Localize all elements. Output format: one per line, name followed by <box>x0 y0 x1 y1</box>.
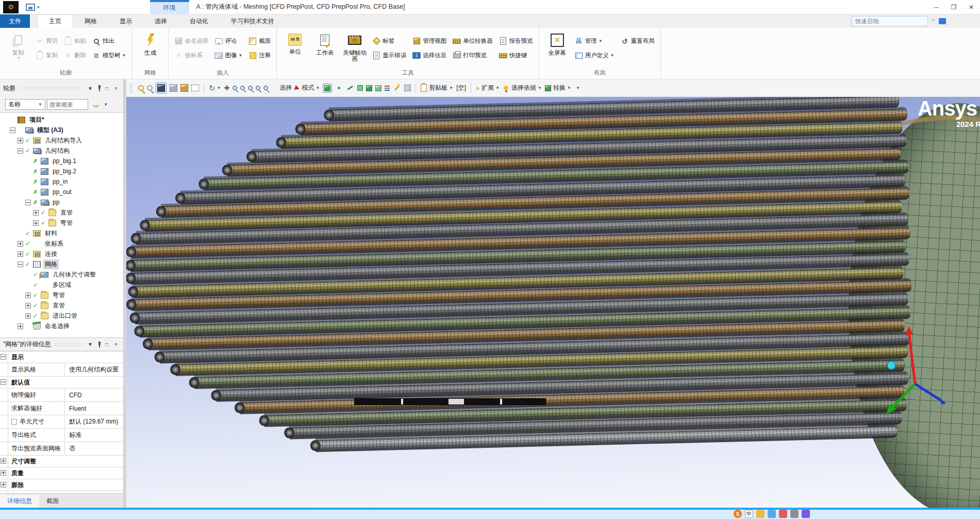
zoom-in-icon[interactable] <box>138 85 144 91</box>
input-toolbox-icon[interactable] <box>802 510 810 518</box>
expand-icon[interactable] <box>25 293 31 298</box>
tree-item-15[interactable]: ✓几何体尺寸调整 <box>0 269 123 280</box>
pan-icon[interactable]: ✚ <box>224 84 230 92</box>
details-section-row[interactable]: 尺寸调整 <box>0 456 123 467</box>
details-section-row[interactable]: 默认值 <box>0 377 123 388</box>
checkbox[interactable] <box>11 419 17 425</box>
details-row[interactable]: 导出格式标准 <box>0 429 123 442</box>
details-section-row[interactable]: 质量 <box>0 467 123 479</box>
details-menu-icon[interactable]: ▼ <box>86 342 94 347</box>
chinese-input-mode-icon[interactable]: 中 <box>745 510 753 518</box>
viewport-3d[interactable]: Ansys 2024 R <box>126 97 980 508</box>
expand-icon[interactable] <box>18 323 23 329</box>
tree-item-16[interactable]: ✓多区域 <box>0 280 123 290</box>
voice-input-icon[interactable] <box>779 510 787 518</box>
named-selection-button[interactable]: 命名选择 <box>172 35 211 47</box>
details-row[interactable]: 显示风格使用几何结构设置 <box>0 363 123 377</box>
manage-button[interactable]: 品管理▼ <box>572 35 617 47</box>
toolbar-grip[interactable] <box>129 83 132 94</box>
coordinate-system-button[interactable]: ✳坐标系 <box>172 50 211 62</box>
details-row[interactable]: 求解器偏好Fluent <box>0 402 123 415</box>
rotate-icon[interactable]: ↻▼ <box>209 84 221 93</box>
expand-icon[interactable] <box>33 210 39 216</box>
filter-face-icon[interactable] <box>357 85 363 91</box>
flood-select-icon[interactable] <box>393 84 401 92</box>
tree-item-9[interactable]: ✓直管 <box>0 207 123 218</box>
model-tree-button[interactable]: ≣模型树▼ <box>90 50 128 62</box>
collapse-icon[interactable] <box>18 148 23 154</box>
restore-button[interactable]: ❐ <box>945 0 962 14</box>
iso-view-icon[interactable] <box>156 83 167 93</box>
measure-icon[interactable] <box>404 85 411 91</box>
tree-item-8[interactable]: ✗pp <box>0 197 123 207</box>
find-button[interactable]: 找出 <box>90 35 128 47</box>
generate-button[interactable]: 生成 <box>136 31 164 66</box>
mode-dropdown[interactable]: 模式▼ <box>295 84 320 92</box>
fullscreen-button[interactable]: ✕全屏幕 <box>543 31 572 66</box>
extend-dropdown[interactable]: »扩展▼ <box>476 84 500 92</box>
details-section-row[interactable]: 膨胀 <box>0 479 123 491</box>
expand-icon[interactable] <box>25 303 31 309</box>
coordinate-pick-icon[interactable] <box>385 85 390 91</box>
tree-item-1[interactable]: 模型 (A3) <box>0 125 123 135</box>
panel-tab-0[interactable]: 详细信息 <box>0 495 39 508</box>
close-button[interactable]: ✕ <box>962 0 980 14</box>
panel-drag-handle[interactable] <box>19 86 82 90</box>
details-value[interactable]: 默认 (129.67 mm) <box>65 415 123 428</box>
menu-tab-3[interactable]: 选择 <box>143 14 178 28</box>
details-close-icon[interactable]: × <box>112 342 120 347</box>
select-by-dropdown[interactable]: 选择依据▼ <box>503 84 542 92</box>
input-clipboard-icon[interactable] <box>768 510 776 518</box>
clipboard-dropdown[interactable]: 剪贴板▼ <box>421 84 453 92</box>
shaded-view-icon[interactable] <box>170 84 177 92</box>
user-defined-button[interactable]: 用户定义▼ <box>572 50 617 62</box>
tree-item-14[interactable]: ✓网格 <box>0 259 123 269</box>
copy-button[interactable]: 复制 <box>33 50 60 62</box>
filter-body-icon[interactable] <box>366 85 372 91</box>
orientation-triad[interactable] <box>875 323 952 418</box>
details-float-icon[interactable]: □ <box>103 342 111 347</box>
filter-vertex-icon[interactable] <box>335 84 343 92</box>
tree-item-4[interactable]: ✗pp_big.1 <box>0 156 123 166</box>
quick-launch-input[interactable] <box>852 16 928 26</box>
tree-item-12[interactable]: ✓坐标系 <box>0 238 123 249</box>
box-zoom-icon[interactable] <box>191 85 199 91</box>
collapse-icon[interactable] <box>10 127 15 133</box>
details-row[interactable]: 物理偏好CFD <box>0 388 123 402</box>
selection-info-button[interactable]: i选择信息 <box>410 50 449 62</box>
expand-icon[interactable] <box>1 470 6 476</box>
assembly-view-icon[interactable] <box>180 84 188 92</box>
expand-icon[interactable] <box>25 313 31 319</box>
soft-keyboard-icon[interactable] <box>790 510 799 518</box>
cut-button[interactable]: ✂剪切 <box>33 35 60 47</box>
print-preview-button[interactable]: 打印预览 <box>450 50 495 62</box>
expand-icon[interactable] <box>1 482 6 488</box>
collapse-icon[interactable] <box>25 200 31 205</box>
clipboard-empty-label[interactable]: [空] <box>456 84 466 92</box>
zoom-out-icon[interactable] <box>147 85 153 91</box>
tree-item-10[interactable]: ✓弯管 <box>0 218 123 228</box>
zoom-out-tool-icon[interactable] <box>263 86 268 90</box>
file-menu-button[interactable]: 文件 <box>0 14 30 28</box>
menu-tab-5[interactable]: 学习和技术支持 <box>220 14 286 28</box>
copy-big-button[interactable]: 复制▼ <box>4 31 32 66</box>
zoom-window-icon[interactable] <box>232 86 237 90</box>
zoom-dynamic-icon[interactable] <box>248 86 253 90</box>
collapse-icon[interactable] <box>1 379 6 385</box>
tree-item-11[interactable]: ✓材料 <box>0 228 123 238</box>
expand-icon[interactable] <box>18 251 23 257</box>
comment-button[interactable]: 评论 <box>212 35 245 47</box>
unit-converter-button[interactable]: 单位转换器 <box>450 35 495 47</box>
close-panel-icon[interactable]: × <box>112 86 120 91</box>
expand-icon[interactable] <box>33 220 39 226</box>
filter-extend-icon[interactable] <box>375 85 381 91</box>
filter-edge-icon[interactable] <box>346 84 354 92</box>
tags-button[interactable]: 标签 <box>370 35 409 47</box>
details-pin-icon[interactable] <box>97 342 102 348</box>
paste-button[interactable]: 粘贴 <box>61 35 89 47</box>
image-button[interactable]: 图像▼ <box>212 50 245 62</box>
convert-dropdown[interactable]: 转换▼ <box>545 84 571 92</box>
details-value[interactable]: 使用几何结构设置 <box>65 363 123 376</box>
zoom-in-tool-icon[interactable] <box>256 86 260 90</box>
reset-layout-button[interactable]: ↺重置布局 <box>618 35 657 47</box>
